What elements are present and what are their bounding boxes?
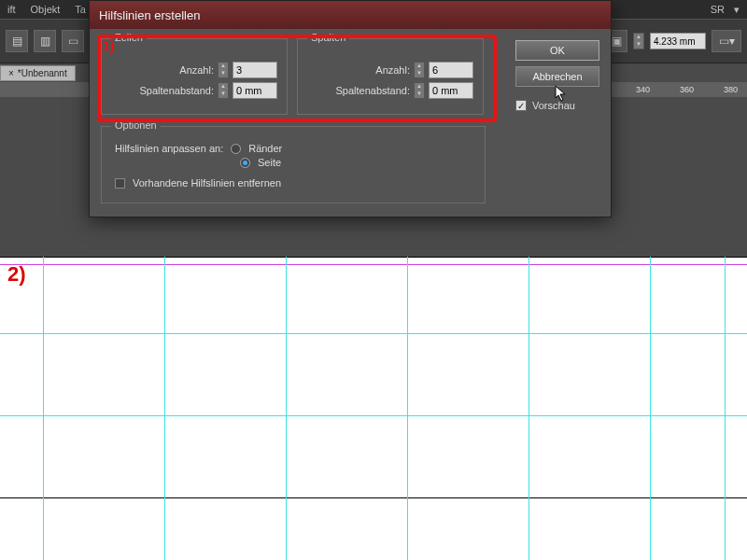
align-icon[interactable]: ▥ <box>34 30 56 52</box>
stepper[interactable]: ▲▼ <box>633 33 644 49</box>
create-guides-dialog: Hilfslinien erstellen Zeilen Anzahl: ▲▼ … <box>89 0 612 217</box>
dimension-field[interactable] <box>650 33 706 49</box>
rows-gutter-label: Spaltenabstand: <box>139 85 214 96</box>
remove-existing-checkbox[interactable] <box>115 178 125 189</box>
rows-gutter-input[interactable] <box>233 82 277 99</box>
step-label: 2) <box>7 262 26 287</box>
chevron-down-icon[interactable]: ▾ <box>734 4 740 16</box>
cols-count-label: Anzahl: <box>375 64 410 76</box>
guide-vertical[interactable] <box>650 257 651 560</box>
document-tab-name: *Unbenannt <box>18 68 67 78</box>
remove-existing-label: Vorhandene Hilfslinien entfernen <box>133 177 281 189</box>
columns-fieldset: Spalten Anzahl: ▲▼ Spaltenabstand: ▲▼ <box>297 38 484 115</box>
cols-count-input[interactable] <box>429 62 473 78</box>
page: 2) <box>0 257 747 560</box>
document-tab[interactable]: × *Unbenannt <box>0 65 76 81</box>
stepper[interactable]: ▲▼ <box>414 82 425 99</box>
stepper[interactable]: ▲▼ <box>218 82 229 99</box>
guide-horizontal[interactable] <box>0 333 747 334</box>
ruler-mark: 380 <box>724 85 738 94</box>
stepper[interactable]: ▲▼ <box>414 62 425 78</box>
highlight-label: 1) <box>103 38 114 53</box>
fieldset-legend: Spalten <box>307 32 349 43</box>
guide-vertical[interactable] <box>725 257 726 560</box>
page-edge <box>0 497 747 498</box>
close-icon[interactable]: × <box>8 68 14 78</box>
ok-button[interactable]: OK <box>515 40 599 61</box>
dialog-title: Hilfslinien erstellen <box>90 1 611 29</box>
cols-gutter-label: Spaltenabstand: <box>335 85 410 96</box>
rows-fieldset: Zeilen Anzahl: ▲▼ Spaltenabstand: ▲▼ <box>101 38 288 115</box>
document-tabs: × *Unbenannt <box>0 63 76 82</box>
workspace-label[interactable]: SR <box>711 4 725 15</box>
fieldset-legend: Optionen <box>111 119 161 131</box>
preview-checkbox[interactable]: ✓ <box>515 100 527 111</box>
guide-vertical[interactable] <box>43 257 44 560</box>
align-icon[interactable]: ▤ <box>6 30 28 52</box>
rows-count-label: Anzahl: <box>179 64 214 76</box>
guide-vertical[interactable] <box>286 257 287 560</box>
menu-item[interactable]: Objekt <box>31 4 61 15</box>
ruler-mark: 340 <box>636 85 650 94</box>
stepper[interactable]: ▲▼ <box>218 62 229 78</box>
guide-vertical[interactable] <box>164 257 165 560</box>
guide-horizontal[interactable] <box>0 415 747 416</box>
margin-guide <box>0 264 747 265</box>
dropdown-icon[interactable]: ▭▾ <box>712 30 741 52</box>
guide-vertical[interactable] <box>529 257 529 560</box>
cancel-button[interactable]: Abbrechen <box>515 66 599 87</box>
canvas[interactable]: 2) <box>0 257 747 560</box>
radio-page-label: Seite <box>258 157 281 168</box>
radio-margins[interactable] <box>231 144 241 154</box>
rows-count-input[interactable] <box>233 62 277 78</box>
menu-item[interactable]: Ta <box>75 4 86 15</box>
menu-item[interactable]: ift <box>7 4 16 15</box>
guide-vertical[interactable] <box>407 257 408 560</box>
ruler-mark: 360 <box>680 85 694 94</box>
fit-to-label: Hilfslinien anpassen an: <box>115 143 223 154</box>
radio-page[interactable] <box>240 158 250 168</box>
options-fieldset: Optionen Hilfslinien anpassen an: Ränder… <box>101 126 486 203</box>
align-icon[interactable]: ▭ <box>62 30 84 52</box>
radio-margins-label: Ränder <box>248 143 282 154</box>
fieldset-legend: Zeilen <box>111 32 147 43</box>
cols-gutter-input[interactable] <box>429 82 473 99</box>
preview-label: Vorschau <box>532 100 575 111</box>
